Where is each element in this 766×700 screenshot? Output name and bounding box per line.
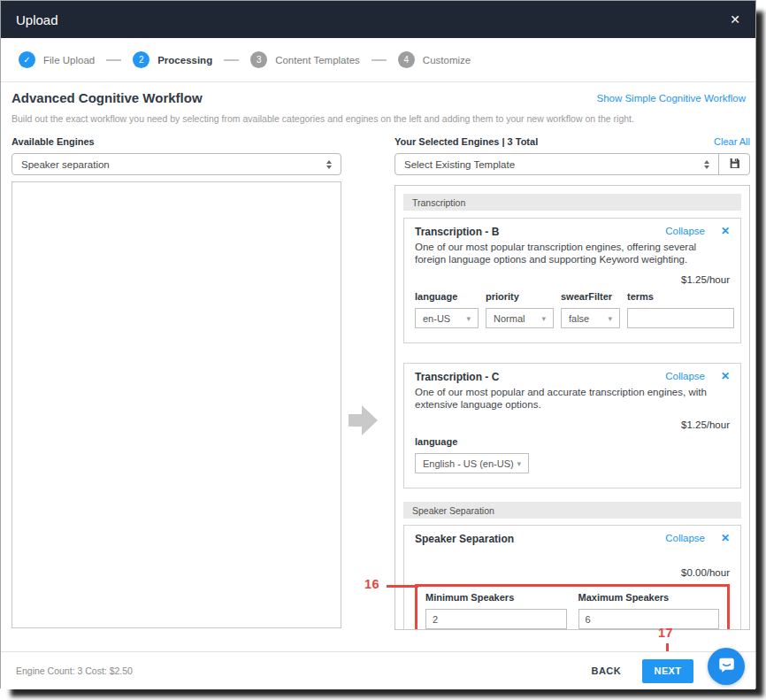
engine-title: Transcription - B: [415, 226, 665, 238]
step-customize[interactable]: 4 Customize: [398, 51, 471, 68]
step-number-badge: 2: [133, 51, 149, 68]
template-select-row: Select Existing Template: [394, 153, 750, 175]
selected-engines-panel: Transcription Transcription - B Collapse…: [394, 185, 750, 630]
language-value: English - US (en-US): [423, 458, 514, 469]
available-engines-column: Available Engines Speaker separation: [11, 136, 341, 628]
available-engines-list[interactable]: [11, 181, 341, 628]
language-select[interactable]: English - US (en-US) ▾: [415, 453, 529, 473]
remove-engine-icon[interactable]: ✕: [721, 226, 730, 236]
step-separator: [224, 59, 239, 61]
field-label: Maximum Speakers: [578, 592, 720, 603]
annotation-17: 17: [658, 626, 673, 640]
save-template-button[interactable]: [718, 154, 749, 174]
step-content-templates[interactable]: 3 Content Templates: [250, 51, 360, 68]
field-label: terms: [627, 291, 734, 302]
check-icon: ✓: [19, 51, 35, 68]
field-priority: priority Normal ▾: [486, 291, 554, 328]
annotation-highlight-box: Minimum Speakers Maximum Speakers: [415, 584, 730, 630]
select-stepper-icon: [326, 160, 332, 169]
engine-card-speaker-separation: Speaker Separation Collapse ✕ $0.00/hour…: [403, 525, 741, 630]
step-number-badge: 4: [398, 51, 415, 68]
collapse-link[interactable]: Collapse: [665, 371, 705, 381]
field-label: priority: [486, 291, 554, 302]
maximum-speakers-input[interactable]: [578, 609, 720, 629]
language-value: en-US: [423, 313, 450, 324]
minimum-speakers-input[interactable]: [425, 609, 567, 629]
caret-down-icon: ▾: [466, 314, 471, 323]
annotation-16-line: [387, 585, 418, 588]
modal-title: Upload: [16, 12, 58, 27]
upload-modal: Upload ✕ ✓ File Upload 2 Processing 3 Co…: [0, 0, 756, 688]
existing-template-select[interactable]: Select Existing Template: [395, 154, 718, 174]
page-subtitle: Build out the exact workflow you need by…: [11, 113, 684, 124]
chat-bubble-icon: [717, 656, 736, 678]
engine-count-summary: Engine Count: 3 Cost: $2.50: [16, 665, 592, 676]
priority-select[interactable]: Normal ▾: [486, 308, 554, 328]
step-separator: [372, 59, 387, 61]
terms-input[interactable]: [627, 308, 734, 328]
swearfilter-value: false: [569, 313, 589, 324]
existing-template-value: Select Existing Template: [404, 159, 515, 170]
engine-price: $1.25/hour: [415, 419, 730, 430]
step-label: Processing: [157, 55, 212, 65]
close-icon[interactable]: ✕: [730, 13, 740, 26]
field-label: language: [415, 436, 529, 447]
chat-launcher-button[interactable]: [708, 648, 745, 685]
field-terms: terms: [627, 291, 734, 328]
annotation-16: 16: [364, 577, 379, 591]
field-maximum-speakers: Maximum Speakers: [578, 592, 720, 629]
collapse-link[interactable]: Collapse: [665, 533, 705, 543]
remove-engine-icon[interactable]: ✕: [721, 533, 730, 543]
engine-description: One of our most popular and accurate tra…: [415, 386, 730, 411]
step-processing[interactable]: 2 Processing: [133, 51, 212, 68]
selected-engines-label: Your Selected Engines | 3 Total: [394, 136, 538, 147]
show-simple-workflow-link[interactable]: Show Simple Cognitive Workflow: [596, 93, 746, 104]
priority-value: Normal: [494, 313, 525, 324]
step-label: Customize: [423, 55, 471, 65]
language-select[interactable]: en-US ▾: [415, 308, 479, 328]
back-button[interactable]: BACK: [592, 665, 621, 676]
field-language: language en-US ▾: [415, 291, 479, 328]
engine-price: $1.25/hour: [415, 274, 730, 285]
field-minimum-speakers: Minimum Speakers: [425, 592, 567, 629]
caret-down-icon: ▾: [608, 314, 612, 323]
engine-title: Speaker Separation: [415, 533, 665, 545]
clear-all-link[interactable]: Clear All: [714, 136, 750, 147]
engine-card-transcription-c: Transcription - C Collapse ✕ One of our …: [403, 363, 741, 488]
field-label: Minimum Speakers: [425, 592, 567, 603]
section-transcription: Transcription: [403, 194, 741, 211]
modal-footer: Engine Count: 3 Cost: $2.50 BACK NEXT: [1, 651, 755, 689]
swearfilter-select[interactable]: false ▾: [561, 308, 620, 328]
modal-titlebar: Upload ✕: [1, 1, 755, 38]
select-stepper-icon: [704, 160, 709, 169]
engine-description: One of our most popular transcription en…: [415, 241, 730, 265]
field-label: language: [415, 291, 479, 302]
caret-down-icon: ▾: [517, 459, 521, 468]
engine-category-value: Speaker separation: [21, 159, 110, 170]
field-language: language English - US (en-US) ▾: [415, 436, 529, 473]
save-icon: [729, 157, 740, 173]
collapse-link[interactable]: Collapse: [665, 226, 705, 236]
caret-down-icon: ▾: [541, 314, 546, 323]
step-separator: [106, 59, 121, 61]
selected-engines-column: Your Selected Engines | 3 Total Clear Al…: [394, 136, 750, 630]
field-swearfilter: swearFilter false ▾: [561, 291, 620, 328]
section-speaker-separation: Speaker Separation: [403, 502, 741, 519]
step-label: File Upload: [43, 55, 95, 65]
step-label: Content Templates: [275, 55, 360, 65]
wizard-stepper: ✓ File Upload 2 Processing 3 Content Tem…: [1, 38, 755, 82]
engine-card-transcription-b: Transcription - B Collapse ✕ One of our …: [403, 218, 741, 343]
available-engines-label: Available Engines: [11, 136, 341, 147]
next-button[interactable]: NEXT: [642, 659, 693, 683]
remove-engine-icon[interactable]: ✕: [721, 371, 730, 381]
field-label: swearFilter: [561, 291, 620, 302]
step-number-badge: 3: [250, 51, 267, 68]
engine-title: Transcription - C: [415, 371, 665, 383]
page-title: Advanced Cognitive Workflow: [11, 90, 203, 105]
engine-price: $0.00/hour: [415, 567, 730, 578]
step-file-upload[interactable]: ✓ File Upload: [19, 51, 95, 68]
engine-category-select[interactable]: Speaker separation: [11, 153, 341, 175]
transfer-arrow-icon: [349, 405, 378, 435]
